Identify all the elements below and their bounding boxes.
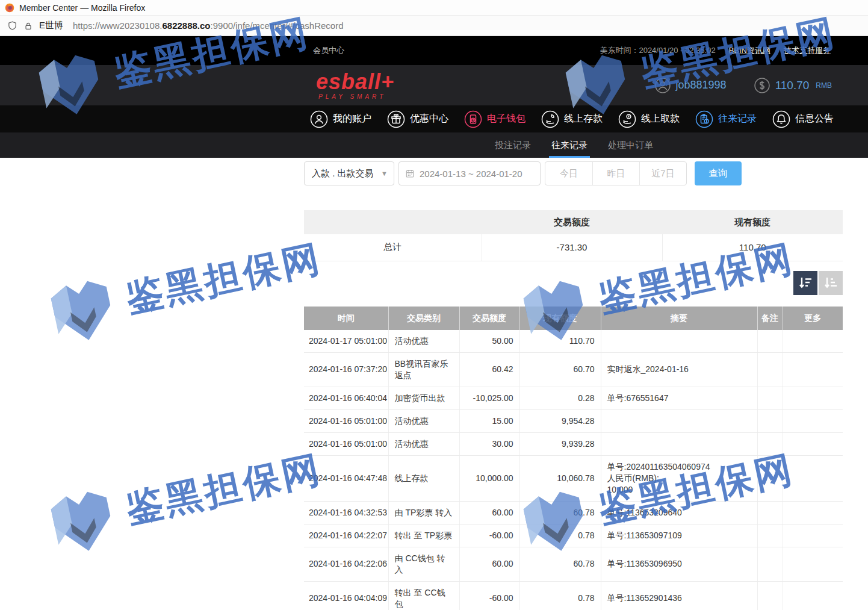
main-navigation: 我的账户 优惠中心 电子钱包 线上存款 线上取款 bbox=[0, 105, 868, 132]
nav-transaction-records[interactable]: 往来记录 bbox=[695, 110, 757, 128]
summary-transaction-total: -731.30 bbox=[482, 234, 662, 261]
search-button[interactable]: 查询 bbox=[695, 161, 742, 185]
table-row: 2024-01-16 05:01:00 活动优惠 15.00 9,954.28 bbox=[304, 409, 843, 432]
selected-type: 入款 . 出款交易 bbox=[312, 168, 374, 179]
bell-icon bbox=[772, 110, 790, 128]
firefox-icon bbox=[5, 3, 14, 13]
table-row: 2024-01-16 04:22:07 转出 至 TP彩票 -60.00 0.7… bbox=[304, 524, 843, 547]
site-label: E世博 bbox=[39, 20, 63, 31]
nav-label: 线上取款 bbox=[641, 113, 680, 125]
today-button[interactable]: 今日 bbox=[545, 162, 592, 185]
user-account[interactable]: job881998 bbox=[655, 78, 727, 93]
date-range-input[interactable]: 2024-01-13 ~ 2024-01-20 bbox=[398, 161, 541, 185]
member-center-label: 会员中心 bbox=[313, 45, 344, 56]
sort-ascending-button[interactable] bbox=[819, 271, 843, 295]
watermark: 鉴黑担保网 bbox=[41, 225, 327, 349]
col-time: 时间 bbox=[304, 307, 388, 330]
withdraw-icon bbox=[618, 110, 636, 128]
nav-e-wallet[interactable]: 电子钱包 bbox=[464, 110, 525, 128]
sort-asc-icon bbox=[823, 275, 839, 291]
col-summary: 摘要 bbox=[601, 307, 757, 330]
quick-date-buttons: 今日 昨日 近7日 bbox=[545, 161, 687, 185]
balance-amount: 110.70 bbox=[775, 79, 810, 92]
records-table: 时间 交易类别 交易额度 现有额度 摘要 备注 更多 2024-01-17 05… bbox=[304, 307, 843, 610]
balance-display[interactable]: 110.70 RMB bbox=[754, 78, 832, 93]
last7days-button[interactable]: 近7日 bbox=[639, 162, 686, 185]
table-row: 2024-01-16 05:01:00 活动优惠 30.00 9,939.28 bbox=[304, 432, 843, 455]
dollar-coin-icon bbox=[754, 78, 770, 93]
deposit-icon bbox=[541, 110, 559, 128]
col-type: 交易类别 bbox=[388, 307, 459, 330]
col-more: 更多 bbox=[783, 307, 843, 330]
summary-current-total: 110.70 bbox=[662, 234, 843, 261]
date-range-value: 2024-01-13 ~ 2024-01-20 bbox=[420, 169, 522, 179]
logo-slogan: PLAY SMART bbox=[318, 94, 394, 100]
esball-logo[interactable]: esball+ PLAY SMART bbox=[316, 71, 394, 100]
watermark: 鉴黑担保网 bbox=[41, 435, 327, 559]
eastern-time-label: 美东时间：2024/01/20 - 02:35:02 bbox=[600, 45, 715, 56]
browser-window: Member Center — Mozilla Firefox E世博 http… bbox=[0, 0, 868, 610]
table-row: 2024-01-16 04:04:09 转出 至 CC钱包 -60.00 0.7… bbox=[304, 581, 843, 610]
tab-bet-records[interactable]: 投注记录 bbox=[495, 140, 531, 158]
summary-total-label: 总计 bbox=[304, 234, 482, 261]
site-header: esball+ PLAY SMART job881998 110.70 RMB bbox=[0, 65, 868, 105]
table-row: 2024-01-16 06:40:04 加密货币出款 -10,025.00 0.… bbox=[304, 387, 843, 409]
table-header-row: 时间 交易类别 交易额度 现有额度 摘要 备注 更多 bbox=[304, 307, 843, 330]
nav-label: 线上存款 bbox=[564, 113, 603, 125]
summary-header-transaction: 交易额度 bbox=[482, 210, 662, 234]
logo-text: esball+ bbox=[316, 71, 394, 93]
sub-navigation: 投注记录 往来记录 处理中订单 bbox=[0, 132, 868, 158]
nav-withdraw[interactable]: 线上取款 bbox=[618, 110, 680, 128]
tech-support-link[interactable]: 技术支持服务 bbox=[784, 45, 831, 56]
col-amount: 交易额度 bbox=[459, 307, 519, 330]
sort-desc-icon bbox=[798, 275, 813, 291]
nav-label: 电子钱包 bbox=[487, 113, 525, 125]
nav-my-account[interactable]: 我的账户 bbox=[310, 110, 371, 128]
table-row: 2024-01-16 04:22:06 由 CC钱包 转入 60.00 60.7… bbox=[304, 547, 843, 581]
col-note: 备注 bbox=[757, 307, 783, 330]
url-text[interactable]: https://www20230108.6822888.co:9900/infe… bbox=[73, 20, 343, 31]
chevron-down-icon: ▼ bbox=[381, 170, 388, 177]
url-prefix: https://www20230108. bbox=[73, 20, 162, 31]
nav-label: 我的账户 bbox=[333, 113, 371, 125]
nav-promotions[interactable]: 优惠中心 bbox=[387, 110, 448, 128]
table-row: 2024-01-16 04:47:48 线上存款 10,000.00 10,06… bbox=[304, 455, 843, 501]
watermark-logo-icon bbox=[41, 268, 123, 348]
transaction-type-select[interactable]: 入款 . 出款交易 ▼ bbox=[304, 161, 394, 185]
filter-bar: 入款 . 出款交易 ▼ 2024-01-13 ~ 2024-01-20 今日 昨… bbox=[304, 161, 843, 185]
window-title: Member Center — Mozilla Firefox bbox=[19, 3, 145, 13]
main-content: 入款 . 出款交易 ▼ 2024-01-13 ~ 2024-01-20 今日 昨… bbox=[304, 158, 843, 610]
user-icon bbox=[310, 110, 328, 128]
watermark-logo-icon bbox=[41, 479, 123, 559]
wallet-icon bbox=[464, 110, 482, 128]
records-icon bbox=[695, 110, 713, 128]
user-avatar-icon bbox=[655, 78, 671, 93]
shield-icon[interactable] bbox=[7, 20, 17, 31]
sort-descending-button[interactable] bbox=[793, 271, 817, 295]
top-info-bar: 会员中心 美东时间：2024/01/20 - 02:35:02 BBIN资讯网 … bbox=[0, 36, 868, 65]
nav-label: 优惠中心 bbox=[410, 113, 448, 125]
col-balance: 现有额度 bbox=[519, 307, 601, 330]
bbin-news-link[interactable]: BBIN资讯网 bbox=[729, 45, 770, 56]
summary-header-current: 现有额度 bbox=[662, 210, 843, 234]
gift-icon bbox=[387, 110, 405, 128]
tab-pending-orders[interactable]: 处理中订单 bbox=[608, 140, 653, 158]
calendar-icon bbox=[405, 169, 415, 178]
window-titlebar: Member Center — Mozilla Firefox bbox=[0, 0, 868, 16]
table-row: 2024-01-17 05:01:00 活动优惠 50.00 110.70 bbox=[304, 330, 843, 353]
table-row: 2024-01-16 04:32:53 由 TP彩票 转入 60.00 60.7… bbox=[304, 501, 843, 524]
nav-label: 信息公告 bbox=[795, 113, 834, 125]
balance-currency: RMB bbox=[816, 81, 832, 90]
yesterday-button[interactable]: 昨日 bbox=[592, 162, 639, 185]
table-row: 2024-01-16 07:37:20 BB视讯百家乐返点 60.42 60.7… bbox=[304, 352, 843, 387]
tab-transaction-records[interactable]: 往来记录 bbox=[551, 140, 587, 158]
summary-header-empty bbox=[304, 210, 482, 234]
nav-announcements[interactable]: 信息公告 bbox=[772, 110, 834, 128]
url-bar[interactable]: E世博 https://www20230108.6822888.co:9900/… bbox=[0, 16, 868, 36]
nav-deposit[interactable]: 线上存款 bbox=[541, 110, 603, 128]
lock-icon[interactable] bbox=[23, 21, 33, 31]
url-suffix: :9900/infe/mcenter/#/cashRecord bbox=[211, 20, 344, 31]
username: job881998 bbox=[676, 79, 727, 92]
url-domain: 6822888.co bbox=[162, 20, 210, 31]
summary-table: 交易额度 现有额度 总计 -731.30 110.70 bbox=[304, 210, 843, 261]
